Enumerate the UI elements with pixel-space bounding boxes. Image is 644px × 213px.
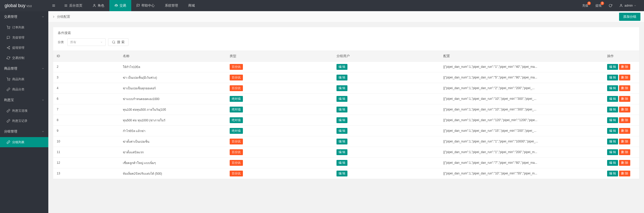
- chat-icon: [7, 36, 10, 39]
- sidebar-group-3[interactable]: 分组管理: [0, 126, 48, 137]
- user-edit-button[interactable]: 编 辑: [336, 85, 347, 91]
- sidebar-item-0-3[interactable]: 交易控制: [0, 53, 48, 63]
- cell-type: 绝对值: [226, 93, 333, 104]
- recharge-link[interactable]: 充值 0: [579, 0, 592, 11]
- topnav-item-5[interactable]: 商城: [183, 0, 200, 11]
- th-type: 类型: [226, 51, 333, 61]
- user-icon: [93, 4, 96, 7]
- row-delete-button[interactable]: 删 除: [619, 139, 630, 144]
- cell-name: ทุน100 ต่อทุน500 ภายในวัน(10บิ: [119, 104, 226, 115]
- row-edit-button[interactable]: 编 辑: [607, 171, 618, 176]
- user-edit-button[interactable]: 编 辑: [336, 171, 347, 176]
- row-delete-button[interactable]: 删 除: [619, 117, 630, 123]
- row-delete-button[interactable]: 删 除: [619, 128, 630, 134]
- refresh-button[interactable]: [605, 0, 616, 11]
- row-delete-button[interactable]: 删 除: [619, 149, 630, 155]
- sidebar-item-2-1[interactable]: 利息宝记录: [0, 116, 48, 126]
- user-edit-button[interactable]: 编 辑: [336, 139, 347, 144]
- user-edit-button[interactable]: 编 辑: [336, 160, 347, 166]
- user-icon: [619, 4, 623, 7]
- sidebar-item-label: 分组列表: [12, 140, 24, 144]
- topnav-item-2[interactable]: 交易: [109, 0, 131, 11]
- topnav-item-label: 商城: [188, 3, 195, 8]
- table-row: 7ทุน100 ต่อทุน500 ภายในวัน(10บิ绝对值编 辑[{"…: [53, 104, 639, 115]
- cell-op: 编 辑删 除: [604, 157, 639, 168]
- row-delete-button[interactable]: 删 除: [619, 75, 630, 80]
- sidebar-group-label: 交易管理: [4, 14, 17, 19]
- topnav-item-3[interactable]: 帮助中心: [131, 0, 160, 11]
- cell-user: 编 辑: [333, 72, 440, 83]
- cell-op: 编 辑删 除: [604, 104, 639, 115]
- user-edit-button[interactable]: 编 辑: [336, 149, 347, 155]
- scale-icon: [114, 4, 118, 7]
- user-edit-button[interactable]: 编 辑: [336, 64, 347, 70]
- cell-name: ฆ่าเป็นเปอเซ็นทุกออเดอร์: [119, 83, 226, 93]
- topnav-item-0[interactable]: 后台首页: [59, 0, 87, 11]
- search-button[interactable]: 搜 索: [108, 38, 128, 46]
- row-delete-button[interactable]: 删 除: [619, 64, 630, 70]
- sidebar-item-label: 订单列表: [12, 25, 24, 30]
- add-group-button[interactable]: 添加分组: [619, 13, 640, 21]
- hamburger-toggle[interactable]: [48, 0, 59, 11]
- row-edit-button[interactable]: 编 辑: [607, 128, 618, 134]
- row-edit-button[interactable]: 编 辑: [607, 107, 618, 112]
- type-tag: 绝对值: [230, 117, 243, 123]
- svg-point-11: [9, 46, 10, 47]
- row-edit-button[interactable]: 编 辑: [607, 85, 618, 91]
- svg-point-18: [112, 41, 115, 43]
- row-edit-button[interactable]: 编 辑: [607, 160, 618, 166]
- row-edit-button[interactable]: 编 辑: [607, 117, 618, 123]
- user-edit-button[interactable]: 编 辑: [336, 75, 347, 80]
- table-header-row: ID 名称 类型 分组用户 配置 操作: [53, 51, 639, 61]
- row-delete-button[interactable]: 删 除: [619, 107, 630, 112]
- row-delete-button[interactable]: 删 除: [619, 171, 630, 176]
- sidebar-item-0-0[interactable]: 订单列表: [0, 22, 48, 32]
- topnav-item-4[interactable]: 系统管理: [160, 0, 183, 11]
- row-edit-button[interactable]: 编 辑: [607, 64, 618, 70]
- cell-config: [{"pipei_dan_num":1,"pipei_dan_run":"5",…: [440, 72, 604, 83]
- sidebar-item-1-0[interactable]: 商品列表: [0, 74, 48, 84]
- row-delete-button[interactable]: 删 除: [619, 160, 630, 166]
- type-tag: 百分比: [230, 85, 243, 91]
- sidebar-group-1[interactable]: 商品管理: [0, 63, 48, 74]
- sidebar-item-2-0[interactable]: 利息宝选项: [0, 106, 48, 116]
- category-select[interactable]: 所有: [67, 38, 106, 46]
- sidebar-item-1-1[interactable]: 商品分类: [0, 84, 48, 94]
- sidebar-item-0-2[interactable]: 提现管理: [0, 43, 48, 53]
- row-edit-button[interactable]: 编 辑: [607, 96, 618, 102]
- withdraw-link[interactable]: 提现 0: [592, 0, 605, 11]
- table-row: 3ฆ่า เป็นเปอเซ็น(มีเว้นช่วง)百分比编 辑[{"pip…: [53, 72, 639, 83]
- sidebar-group-2[interactable]: 利息宝: [0, 94, 48, 106]
- sidebar-item-3-0[interactable]: 分组列表: [0, 137, 48, 147]
- type-tag: 百分比: [230, 160, 243, 166]
- row-delete-button[interactable]: 删 除: [619, 85, 630, 91]
- user-edit-button[interactable]: 编 辑: [336, 128, 347, 134]
- breadcrumb: 分组配置: [52, 14, 70, 19]
- sidebar-item-0-1[interactable]: 充值管理: [0, 32, 48, 43]
- cell-user: 编 辑: [333, 61, 440, 72]
- cell-op: 编 辑删 除: [604, 147, 639, 157]
- cell-op: 编 辑删 除: [604, 83, 639, 93]
- cell-user: 编 辑: [333, 168, 440, 179]
- row-edit-button[interactable]: 编 辑: [607, 75, 618, 80]
- cell-id: 4: [53, 83, 119, 93]
- cell-config: [{"pipei_dan_num":1,"pipei_dan_run":"1",…: [440, 61, 604, 72]
- user-edit-button[interactable]: 编 辑: [336, 96, 347, 102]
- topnav-item-label: 角色: [98, 3, 104, 8]
- topnav-item-1[interactable]: 角色: [87, 0, 109, 11]
- sidebar-group-0[interactable]: 交易管理: [0, 11, 48, 22]
- chevron-down-icon: [42, 130, 44, 133]
- cell-user: 编 辑: [333, 104, 440, 115]
- user-edit-button[interactable]: 编 辑: [336, 117, 347, 123]
- share-icon: [7, 46, 10, 50]
- svg-point-17: [9, 80, 10, 81]
- user-menu[interactable]: admin: [616, 0, 640, 11]
- cell-user: 编 辑: [333, 147, 440, 157]
- chevron-down-icon: [42, 15, 44, 18]
- user-edit-button[interactable]: 编 辑: [336, 107, 347, 112]
- row-edit-button[interactable]: 编 辑: [607, 139, 618, 144]
- menu-icon: [64, 4, 68, 7]
- row-edit-button[interactable]: 编 辑: [607, 149, 618, 155]
- cell-user: 编 辑: [333, 157, 440, 168]
- row-delete-button[interactable]: 删 除: [619, 96, 630, 102]
